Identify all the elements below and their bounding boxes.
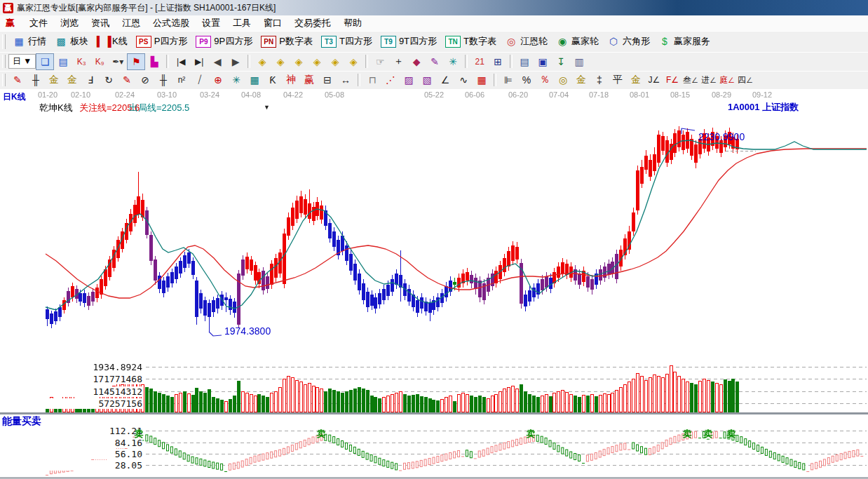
- red-grid-icon[interactable]: ▦: [473, 72, 491, 88]
- speed-fan-icon[interactable]: ⋰: [381, 72, 400, 88]
- arc-tool-icon[interactable]: ↻: [100, 72, 118, 88]
- j-angle-icon[interactable]: J∠: [645, 72, 663, 88]
- red-pencil-icon[interactable]: ✎: [118, 72, 136, 88]
- pin-icon[interactable]: ◆: [407, 53, 426, 70]
- box-fan-icon[interactable]: ▧: [418, 72, 436, 88]
- toolbar-button-t-square[interactable]: T3T四方形: [317, 33, 377, 50]
- memo-icon[interactable]: ▤: [515, 53, 534, 70]
- diamond-star-icon[interactable]: ◈: [326, 53, 344, 70]
- menu-item-9[interactable]: 交易委托: [288, 15, 337, 31]
- toolbar-button-hexagon[interactable]: ⬡六角形: [603, 33, 654, 50]
- menu-item-2[interactable]: 浏览: [54, 15, 85, 31]
- period-select[interactable]: 日 ▼: [8, 54, 36, 69]
- n2-tool-icon[interactable]: n²: [172, 72, 191, 88]
- k-quote-icon[interactable]: Ƙ: [264, 72, 282, 88]
- jin-angle-icon[interactable]: 进∠: [700, 72, 718, 88]
- toolbar-button-sectors[interactable]: ▩板块: [50, 33, 93, 50]
- color-histogram-icon[interactable]: ▙: [145, 53, 163, 70]
- toolbar-button-winner-wheel[interactable]: ◉赢家轮: [552, 33, 603, 50]
- toolbar-grip[interactable]: [2, 55, 6, 68]
- gann-wheel-label: 江恩轮: [520, 35, 548, 48]
- width-tool-icon[interactable]: ↔: [337, 72, 355, 88]
- toolbar-button-9t-square[interactable]: T99T四方形: [377, 33, 441, 50]
- diamond-target-icon[interactable]: ◈: [344, 53, 362, 70]
- flag-scan-icon[interactable]: ⚑: [127, 53, 145, 70]
- box-lines-icon[interactable]: ⊓: [363, 72, 381, 88]
- menu-item-3[interactable]: 资讯: [85, 15, 116, 31]
- crosshair-icon[interactable]: ＋: [389, 53, 407, 70]
- f-ruler-icon[interactable]: Ⅎ: [81, 72, 100, 88]
- toolbar-separator: [465, 55, 468, 68]
- save-icon[interactable]: ▣: [534, 53, 552, 70]
- menu-item-4[interactable]: 江恩: [116, 15, 147, 31]
- menu-item-7[interactable]: 工具: [226, 15, 257, 31]
- wave-tool-icon[interactable]: ∿: [454, 72, 473, 88]
- measure-icon[interactable]: ⊫: [499, 72, 517, 88]
- percent-icon[interactable]: %: [517, 72, 536, 88]
- send-pc-icon[interactable]: ▥: [570, 53, 588, 70]
- grid3-icon[interactable]: ╫: [154, 72, 172, 88]
- percent-red-icon[interactable]: ％: [536, 72, 554, 88]
- fan-web-icon[interactable]: ✳: [227, 72, 245, 88]
- toolbar-button-p-number-table[interactable]: PNP数字表: [257, 33, 317, 50]
- angle-circle-icon[interactable]: ⊘: [136, 72, 154, 88]
- menu-item-1[interactable]: 文件: [23, 15, 54, 31]
- next-icon[interactable]: ▶: [226, 53, 245, 70]
- ruler-123-icon[interactable]: ⊟: [318, 72, 337, 88]
- ying-tool-icon[interactable]: 赢: [300, 72, 318, 88]
- toolbar-button-t-number-table[interactable]: TNT数字表: [441, 33, 501, 50]
- prev-icon[interactable]: ◀: [208, 53, 226, 70]
- toolbar-button-gann-wheel[interactable]: ◎江恩轮: [501, 33, 552, 50]
- toolbar-button-kline[interactable]: ▍▐K线: [93, 33, 132, 50]
- diamond-left-icon[interactable]: ◈: [253, 53, 271, 70]
- info-board-icon[interactable]: ▤: [54, 53, 72, 70]
- diamond-right-icon[interactable]: ◈: [271, 53, 290, 70]
- menu-item-6[interactable]: 设置: [196, 15, 226, 31]
- gold-circle-icon[interactable]: ◎: [554, 72, 572, 88]
- neural-icon[interactable]: ✳: [444, 53, 462, 70]
- last-page-icon[interactable]: ▶|: [190, 53, 208, 70]
- first-page-icon[interactable]: |◀: [172, 53, 190, 70]
- f-angle-icon[interactable]: F∠: [663, 72, 681, 88]
- ping-angle-icon[interactable]: 平: [609, 72, 627, 88]
- box-diag-icon[interactable]: ▨: [400, 72, 418, 88]
- san-angle-icon[interactable]: 叁∠: [681, 72, 700, 88]
- marker-dropper-icon[interactable]: ✒▾: [109, 53, 127, 70]
- gold-grid-icon[interactable]: 金: [45, 72, 63, 88]
- diamond-cross-icon[interactable]: ◈: [308, 53, 326, 70]
- toolbar-grip[interactable]: [2, 74, 6, 86]
- toolbar-button-9p-square[interactable]: P99P四方形: [191, 33, 257, 50]
- gold-angle-icon[interactable]: 金: [627, 72, 645, 88]
- gold-grid2-icon[interactable]: 金: [63, 72, 81, 88]
- angle-pencil-icon[interactable]: ∠: [436, 72, 454, 88]
- pin-diamond-icon[interactable]: ‡: [590, 72, 609, 88]
- annotate-icon[interactable]: ✎: [426, 53, 444, 70]
- grid-tool-icon[interactable]: ╫: [27, 72, 45, 88]
- web-grid-icon[interactable]: ▦: [245, 72, 264, 88]
- menu-item-5[interactable]: 公式选股: [147, 15, 196, 31]
- pencil-tool-icon[interactable]: ✎: [8, 72, 27, 88]
- toolbar-button-quotes[interactable]: ▦行情: [8, 33, 50, 50]
- title-bar[interactable]: 赢 赢家江恩专业版[赢家内部服务平台] - [上证指数 SH1A0001-167…: [0, 0, 868, 16]
- chart-area[interactable]: [0, 89, 868, 479]
- toolbar-button-winner-service[interactable]: $赢家服务: [654, 33, 714, 50]
- hand-tool-icon[interactable]: ☞: [371, 53, 389, 70]
- mirror-tool-icon[interactable]: ⧸: [191, 72, 209, 88]
- zoom-window-icon[interactable]: ❏: [36, 53, 54, 70]
- diamond-h-icon[interactable]: ◈: [290, 53, 308, 70]
- kline-9-icon[interactable]: K₉: [90, 53, 109, 70]
- kline-3-icon[interactable]: K₃: [72, 53, 90, 70]
- target-tool-icon[interactable]: ⊕: [209, 72, 227, 88]
- ting-angle-icon[interactable]: 庭∠: [718, 72, 736, 88]
- si-angle-icon[interactable]: 四∠: [736, 72, 754, 88]
- export-icon[interactable]: ↧: [552, 53, 570, 70]
- menu-item-10[interactable]: 帮助: [337, 15, 368, 31]
- gold-line-icon[interactable]: 金: [572, 72, 590, 88]
- calculator-icon[interactable]: ⊞: [489, 53, 507, 70]
- toolbar-button-p-square[interactable]: PSP四方形: [132, 33, 192, 50]
- menu-item-8[interactable]: 窗口: [257, 15, 288, 31]
- t-square-icon: T3: [321, 36, 337, 48]
- toolbar-grip[interactable]: [2, 34, 6, 49]
- shen-tool-icon[interactable]: 神: [282, 72, 300, 88]
- calendar-21-icon[interactable]: 21: [470, 53, 489, 70]
